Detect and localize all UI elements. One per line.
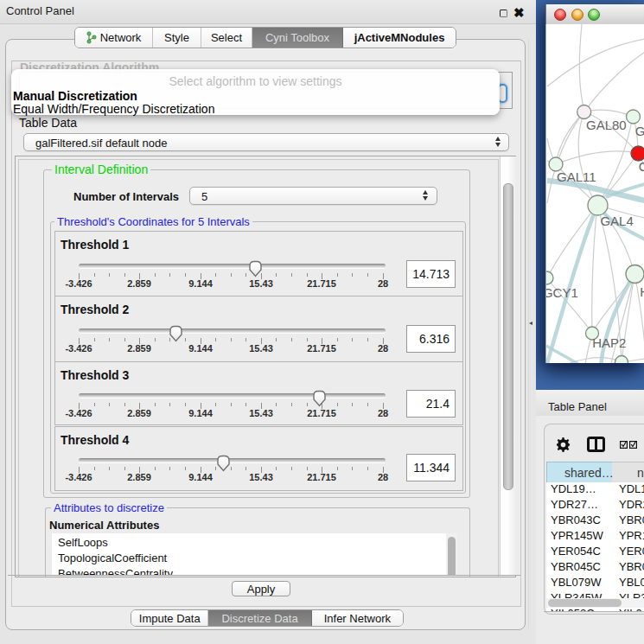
svg-text:GA: GA	[635, 124, 644, 138]
svg-text:H: H	[640, 284, 644, 299]
svg-text:GAL11: GAL11	[557, 169, 596, 184]
svg-text:GCY1: GCY1	[546, 285, 578, 300]
svg-text:GAL4: GAL4	[600, 214, 633, 228]
svg-text:HAP2: HAP2	[592, 335, 626, 350]
svg-text:GAL80: GAL80	[586, 118, 627, 132]
svg-text:C: C	[639, 159, 644, 174]
